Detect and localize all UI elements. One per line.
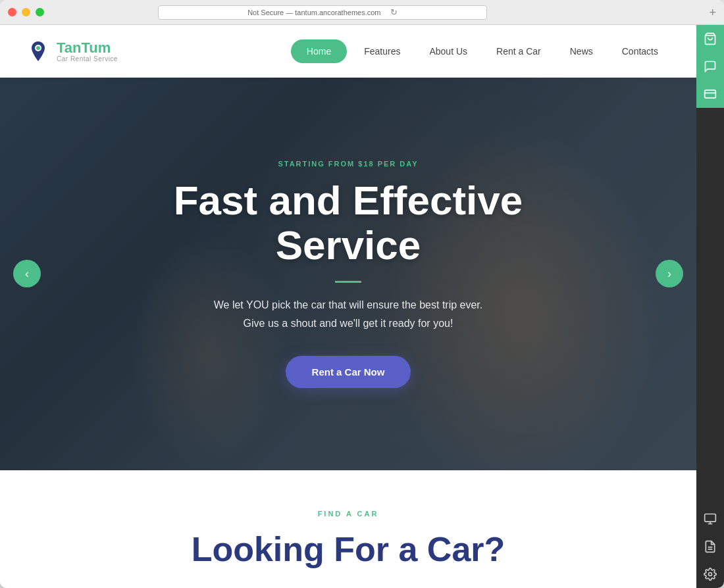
card-icon [704,87,717,101]
below-hero-section: FIND A CAR Looking For a Car? [0,470,696,588]
cart-icon [704,32,717,45]
sidebar-card-button[interactable] [696,80,724,108]
close-button[interactable] [8,8,16,16]
hero-title: Fast and Effective Service [174,178,523,268]
nav-home[interactable]: Home [291,39,347,63]
browser-content: TanTum Car Rental Service Home Features … [0,25,724,588]
maximize-button[interactable] [36,8,44,16]
reload-button[interactable]: ↻ [390,7,398,17]
chevron-right-icon: › [667,267,671,281]
hero-desc-line2: Give us a shout and we'll get it ready f… [214,314,482,332]
logo-plain: Tum [81,39,111,56]
browser-window: Not Secure — tantum.ancorathemes.com ↻ + [0,0,724,588]
doc-icon [704,540,717,553]
sidebar-doc-button[interactable] [696,533,724,560]
hero-desc-line1: We let YOU pick the car that will ensure… [214,296,482,314]
sidebar-chat-button[interactable] [696,53,724,80]
navbar: TanTum Car Rental Service Home Features … [0,25,696,78]
right-sidebar [696,25,724,588]
hero-section: ‹ › STARTING FROM $18 PER DAY Fast and E… [0,78,696,470]
sidebar-cart-button[interactable] [696,25,724,53]
settings-icon [704,568,717,581]
hero-cta-button[interactable]: Rent a Car Now [286,356,411,388]
nav-rent[interactable]: Rent a Car [484,41,553,62]
hero-title-line1: Fast and Effective [174,178,523,223]
slider-prev-button[interactable]: ‹ [13,260,41,287]
nav-news[interactable]: News [558,41,605,62]
svg-rect-3 [705,90,716,98]
monitor-icon [704,512,717,526]
minimize-button[interactable] [22,8,30,16]
nav-contacts[interactable]: Contacts [610,41,670,62]
slider-next-button[interactable]: › [656,260,683,287]
nav-features[interactable]: Features [352,41,412,62]
sidebar-settings-button[interactable] [696,560,724,588]
section-label: FIND A CAR [26,510,670,518]
logo-name: TanTum [57,41,118,55]
logo-text: TanTum Car Rental Service [57,41,118,62]
logo-colored: Tan [57,39,81,56]
section-title: Looking For a Car? [26,531,670,568]
sidebar-monitor-button[interactable] [696,505,724,533]
nav-links: Home Features About Us Rent a Car News C… [291,39,670,63]
logo-tagline: Car Rental Service [57,55,118,62]
hero-content: STARTING FROM $18 PER DAY Fast and Effec… [0,78,696,470]
chat-icon [704,60,717,73]
logo-area[interactable]: TanTum Car Rental Service [26,39,118,63]
hero-description: We let YOU pick the car that will ensure… [214,296,482,331]
new-tab-button[interactable]: + [709,7,716,18]
url-bar[interactable]: Not Secure — tantum.ancorathemes.com ↻ [158,5,487,20]
hero-subtitle: STARTING FROM $18 PER DAY [278,160,418,168]
chevron-left-icon: ‹ [25,267,29,281]
url-text: Not Secure — tantum.ancorathemes.com [247,9,380,16]
svg-point-10 [709,573,712,576]
svg-rect-5 [705,514,716,522]
svg-point-1 [36,46,40,50]
website: TanTum Car Rental Service Home Features … [0,25,696,588]
hero-title-line2: Service [174,223,523,268]
title-bar: Not Secure — tantum.ancorathemes.com ↻ + [0,0,724,25]
hero-divider [335,281,361,283]
nav-about[interactable]: About Us [417,41,479,62]
logo-icon [26,39,50,63]
tools-lower [696,505,724,588]
